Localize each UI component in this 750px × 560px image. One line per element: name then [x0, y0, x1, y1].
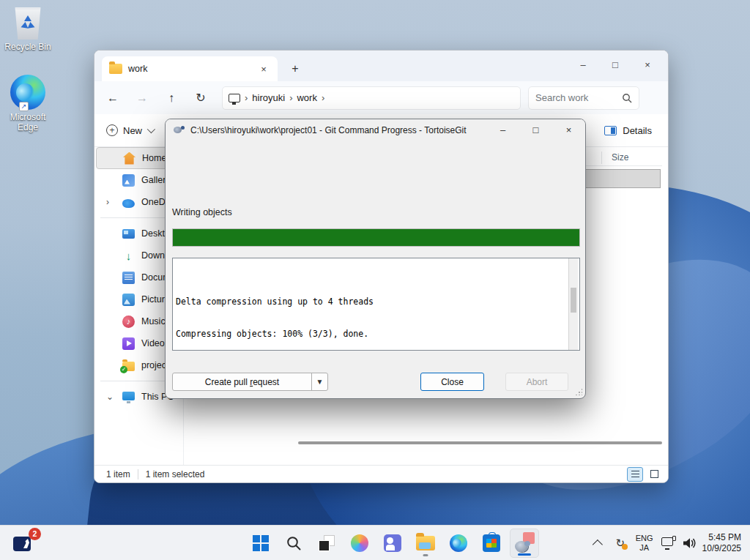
chevron-down-icon [147, 125, 155, 133]
gallery-icon [122, 174, 135, 187]
plus-icon: + [106, 124, 118, 136]
file-explorer-icon [416, 536, 435, 550]
onedrive-icon [122, 199, 135, 208]
console-line: Delta compression using up to 4 threads [176, 296, 576, 307]
progress-status-label: Writing objects [172, 207, 232, 217]
expand-icon[interactable]: › [106, 197, 109, 207]
breadcrumb-item-hiroyuki[interactable]: hiroyuki [252, 92, 285, 103]
tray-date: 10/9/2025 [702, 543, 741, 554]
teams-button[interactable] [378, 529, 407, 558]
explorer-tab-bar: work × + – □ × [94, 51, 668, 81]
console-scrollbar[interactable] [568, 258, 578, 350]
running-indicator [423, 554, 428, 556]
git-output-console[interactable]: Delta compression using up to 4 threads … [172, 258, 580, 351]
split-dropdown-icon[interactable]: ▼ [311, 373, 327, 390]
update-pending-icon[interactable]: ↻ [613, 536, 628, 550]
up-button[interactable]: ↑ [160, 87, 182, 109]
language-line1: ENG [636, 534, 653, 543]
close-dialog-button[interactable]: Close [420, 373, 484, 391]
chevron-right-icon: › [245, 92, 248, 103]
recycle-bin-icon [14, 7, 42, 40]
copilot-button[interactable] [345, 529, 374, 558]
project-folder-checked-icon [122, 362, 135, 371]
progress-bar-fill [173, 229, 579, 246]
tortoisegit-progress-icon [514, 534, 535, 553]
dialog-title: C:\Users\hiroyuki\work\project01 - Git C… [190, 125, 467, 135]
resize-grip[interactable] [575, 388, 582, 395]
language-indicator[interactable]: ENG JA [634, 534, 656, 553]
chevron-right-icon: › [322, 92, 324, 103]
windows-logo-icon [253, 535, 269, 551]
collapse-icon[interactable]: ⌄ [106, 392, 114, 402]
selection-count: 1 item selected [146, 469, 205, 479]
column-separator[interactable] [601, 152, 602, 164]
edge-button[interactable] [444, 529, 473, 558]
tab-title: work [128, 64, 147, 74]
refresh-button[interactable]: ↻ [190, 87, 212, 109]
sidebar-item-label: Music [141, 316, 166, 326]
close-button[interactable]: × [631, 53, 664, 77]
desktop-icon-recycle-bin[interactable]: Recycle Bin [0, 7, 56, 52]
pictures-icon [122, 294, 135, 306]
maximize-button[interactable]: □ [599, 53, 631, 77]
details-pane-icon [604, 126, 617, 135]
tray-overflow-chevron-icon[interactable] [593, 540, 603, 550]
store-button[interactable] [477, 529, 506, 558]
search-button[interactable] [279, 529, 308, 558]
taskbar: 2 [0, 525, 750, 560]
teams-icon [384, 534, 401, 552]
downloads-icon [122, 250, 135, 262]
back-button[interactable]: ← [102, 87, 124, 109]
dialog-title-bar[interactable]: C:\Users\hiroyuki\work\project01 - Git C… [166, 119, 585, 141]
language-line2: JA [636, 543, 653, 553]
forward-button[interactable]: → [131, 87, 153, 109]
tortoisegit-icon [173, 125, 185, 135]
active-window-indicator [518, 553, 531, 556]
sidebar-item-label: Home [142, 153, 166, 163]
network-icon[interactable] [661, 537, 676, 549]
volume-icon[interactable] [682, 537, 697, 550]
dialog-maximize-button[interactable]: □ [519, 119, 552, 141]
microsoft-store-icon [483, 534, 500, 552]
this-pc-icon [122, 391, 135, 403]
clock[interactable]: 5:45 PM 10/9/2025 [702, 532, 744, 554]
column-header-size[interactable]: Size [612, 152, 628, 163]
file-explorer-button[interactable] [411, 529, 440, 558]
new-tab-button[interactable]: + [286, 61, 304, 78]
start-button[interactable] [246, 529, 275, 558]
details-button[interactable]: Details [604, 125, 652, 136]
widgets-icon [13, 537, 31, 551]
dialog-minimize-button[interactable]: – [486, 119, 519, 141]
progress-bar [172, 228, 580, 247]
widgets-button[interactable]: 2 [12, 531, 41, 556]
folder-icon [109, 64, 122, 74]
home-icon [123, 152, 135, 165]
dialog-close-button[interactable]: × [552, 119, 585, 141]
tortoisegit-taskbar-button[interactable] [510, 529, 539, 558]
create-pull-request-label[interactable]: Create pull request [173, 377, 311, 387]
search-input[interactable]: Search work [528, 86, 639, 110]
task-view-button[interactable] [312, 529, 341, 558]
tab-close-icon[interactable]: × [257, 64, 270, 75]
shortcut-arrow-icon: ↗ [19, 102, 29, 111]
desktop-icon-edge[interactable]: ↗ Microsoft Edge [0, 75, 56, 132]
horizontal-scrollbar[interactable] [298, 441, 662, 444]
videos-icon [122, 337, 135, 350]
music-icon [122, 316, 135, 328]
status-divider [138, 469, 138, 479]
breadcrumb[interactable]: › hiroyuki › work › [222, 86, 521, 110]
create-pull-request-button[interactable]: Create pull request ▼ [172, 373, 328, 391]
list-view-button[interactable] [627, 467, 643, 482]
task-view-icon [319, 535, 335, 551]
thumbnail-view-icon [650, 470, 658, 478]
explorer-tab-work[interactable]: work × [102, 56, 278, 81]
search-icon [286, 535, 302, 551]
thumbnail-view-button[interactable] [646, 467, 662, 482]
desktop-icon-label: Microsoft Edge [0, 112, 56, 132]
scrollbar-thumb[interactable] [571, 288, 576, 313]
new-button[interactable]: + New [106, 124, 153, 136]
minimize-button[interactable]: – [567, 53, 599, 77]
breadcrumb-item-work[interactable]: work [297, 92, 316, 103]
list-view-icon [631, 471, 639, 477]
documents-icon [122, 272, 135, 284]
